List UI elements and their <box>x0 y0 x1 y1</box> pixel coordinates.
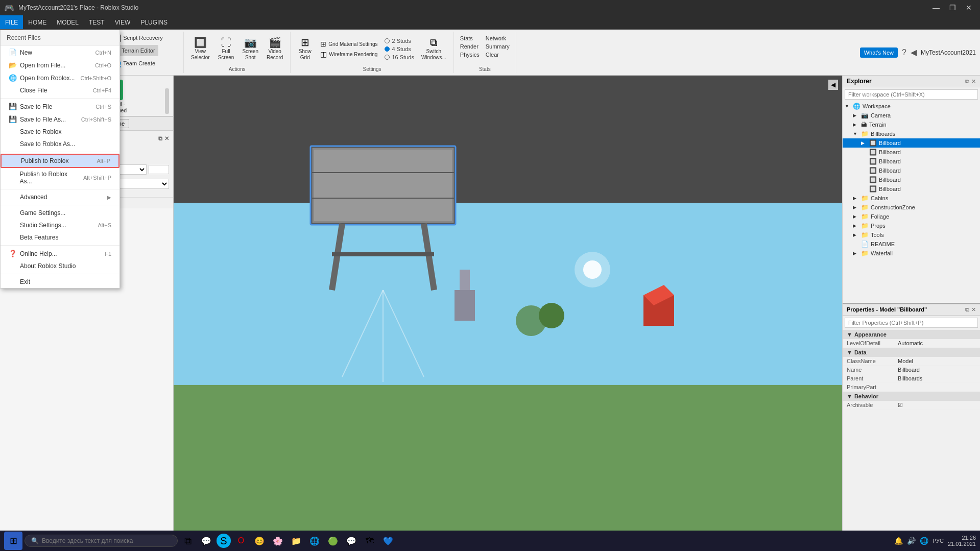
menu-view[interactable]: VIEW <box>110 15 136 29</box>
tree-billboard3[interactable]: 🔲 Billboard <box>843 157 980 166</box>
language-indicator[interactable]: РУС <box>933 538 944 544</box>
taskbar-chrome-icon[interactable]: 🟢 <box>325 533 341 549</box>
notification-icon[interactable]: 🔔 <box>894 537 903 545</box>
menu-online-help[interactable]: ❓ Online Help... F1 <box>1 247 119 260</box>
menu-publish-roblox-as[interactable]: Publish to Roblox As... Alt+Shift+P <box>1 168 119 187</box>
menu-publish-roblox[interactable]: Publish to Roblox Alt+P <box>1 154 119 168</box>
emulator-resize-icon[interactable]: ⧉ <box>158 135 162 142</box>
tree-readme[interactable]: 📄 README <box>843 239 980 249</box>
render-btn[interactable]: Render <box>458 43 482 50</box>
tree-billboard4[interactable]: 🔲 Billboard <box>843 166 980 175</box>
task-view-btn[interactable]: ⧉ <box>180 533 196 549</box>
section-data[interactable]: ▼ Data <box>843 348 980 357</box>
taskbar-folder-icon[interactable]: 📁 <box>288 533 304 549</box>
menu-exit[interactable]: Exit <box>1 276 119 288</box>
minimize-button[interactable]: — <box>929 3 943 13</box>
feedback-icon[interactable]: ◀ <box>911 47 917 57</box>
video-record-btn[interactable]: 🎬 VideoRecord <box>264 36 286 62</box>
stats-btn[interactable]: Stats <box>458 35 482 42</box>
menu-new[interactable]: 📄 New Ctrl+N <box>1 46 119 59</box>
tree-billboards[interactable]: ▼ 📁 Billboards <box>843 129 980 138</box>
studs-16[interactable]: 16 Studs <box>385 54 414 60</box>
network-btn[interactable]: Network <box>484 35 512 42</box>
taskbar-skype-icon[interactable]: S <box>217 534 231 548</box>
taskbar-roblox-icon[interactable]: 💙 <box>380 533 396 549</box>
menu-studio-settings[interactable]: Studio Settings... Alt+S <box>1 219 119 231</box>
taskbar-telegram-icon[interactable]: 💬 <box>343 533 360 549</box>
taskbar-pink-icon[interactable]: 🌸 <box>270 533 286 549</box>
summary-btn[interactable]: Summary <box>484 43 512 50</box>
volume-icon[interactable]: 🔊 <box>907 537 916 545</box>
explorer-close-icon[interactable]: ✕ <box>971 78 976 85</box>
props-close-icon[interactable]: ✕ <box>971 306 976 313</box>
prop-name[interactable]: Name Billboard <box>843 366 980 374</box>
tree-props[interactable]: ▶ 📁 Props <box>843 221 980 230</box>
taskbar-chat-icon[interactable]: 💬 <box>198 533 214 549</box>
studs-2[interactable]: 2 Studs <box>385 38 414 44</box>
menu-save-roblox[interactable]: Save to Roblox <box>1 126 119 138</box>
tree-cabins[interactable]: ▶ 📁 Cabins <box>843 194 980 203</box>
menu-close-file[interactable]: Close File Ctrl+F4 <box>1 84 119 97</box>
menu-advanced[interactable]: Advanced ▶ <box>1 191 119 203</box>
physics-btn[interactable]: Physics <box>458 51 482 58</box>
prop-primarypart[interactable]: PrimaryPart <box>843 383 980 392</box>
tree-constructionzone[interactable]: ▶ 📁 ConstructionZone <box>843 203 980 212</box>
show-grid-btn[interactable]: ⊞ ShowGrid <box>295 36 315 62</box>
clear-btn[interactable]: Clear <box>484 51 512 58</box>
taskbar-maps-icon[interactable]: 🗺 <box>362 533 378 549</box>
start-button[interactable]: ⊞ <box>4 532 22 550</box>
taskbar-opera-icon[interactable]: O <box>233 533 249 549</box>
screen-shot-btn[interactable]: 📷 ScreenShot <box>239 36 261 62</box>
menu-plugins[interactable]: PLUGINS <box>135 15 173 29</box>
tree-waterfall[interactable]: ▶ 📁 Waterfall <box>843 249 980 258</box>
tree-billboard6[interactable]: 🔲 Billboard <box>843 184 980 194</box>
section-behavior[interactable]: ▼ Behavior <box>843 392 980 401</box>
explorer-filter-input[interactable] <box>845 89 978 100</box>
switch-windows-btn[interactable]: ⧉ SwitchWindows... <box>418 36 449 62</box>
studs-4[interactable]: 4 Studs <box>385 46 414 52</box>
menu-beta-features[interactable]: Beta Features <box>1 231 119 244</box>
tree-tools[interactable]: ▶ 📁 Tools <box>843 230 980 239</box>
maximize-button[interactable]: ❐ <box>945 3 960 13</box>
props-expand-icon[interactable]: ⧉ <box>965 306 969 313</box>
menu-open-roblox[interactable]: 🌐 Open from Roblox... Ctrl+Shift+O <box>1 71 119 84</box>
tree-terrain[interactable]: ▶ 🏔 Terrain <box>843 120 980 129</box>
close-button[interactable]: ✕ <box>962 3 976 13</box>
tree-billboard5[interactable]: 🔲 Billboard <box>843 175 980 184</box>
prop-levelofdetail[interactable]: LevelOfDetail Automatic <box>843 339 980 348</box>
taskbar-edge-icon[interactable]: 🌐 <box>306 533 323 549</box>
properties-filter-input[interactable] <box>845 318 978 328</box>
menu-save-file-as[interactable]: 💾 Save to File As... Ctrl+Shift+S <box>1 113 119 126</box>
help-icon[interactable]: ? <box>902 48 906 57</box>
view-selector-btn[interactable]: 🔲 ViewSelector <box>188 36 213 62</box>
prop-parent[interactable]: Parent Billboards <box>843 374 980 383</box>
taskbar-time[interactable]: 21:26 21.01.2021 <box>948 535 976 547</box>
menu-file[interactable]: FILE <box>0 15 23 29</box>
network-icon[interactable]: 🌐 <box>920 537 928 545</box>
tree-billboard2[interactable]: 🔲 Billboard <box>843 148 980 157</box>
locale-extra-input[interactable] <box>149 165 169 174</box>
taskbar-search[interactable]: 🔍 Введите здесь текст для поиска <box>25 535 178 547</box>
menu-test[interactable]: TEST <box>84 15 110 29</box>
full-screen-btn[interactable]: ⛶ FullScreen <box>215 36 237 62</box>
menu-open-file[interactable]: 📂 Open from File... Ctrl+O <box>1 59 119 71</box>
tree-workspace[interactable]: ▼ 🌐 Workspace <box>843 102 980 111</box>
tree-camera[interactable]: ▶ 📷 Camera <box>843 111 980 120</box>
menu-game-settings[interactable]: Game Settings... <box>1 207 119 219</box>
taskbar-emoji-icon[interactable]: 😊 <box>251 533 268 549</box>
wireframe-btn[interactable]: ◫ Wireframe Rendering <box>317 50 380 59</box>
prop-classname[interactable]: ClassName Model <box>843 357 980 366</box>
menu-home[interactable]: HOME <box>23 15 52 29</box>
tree-billboard1[interactable]: ▶ 🔲 Billboard <box>843 138 980 148</box>
menu-save-roblox-as[interactable]: Save to Roblox As... <box>1 138 119 150</box>
viewport-collapse-btn[interactable]: ◀ <box>828 80 838 90</box>
menu-save-file[interactable]: 💾 Save to File Ctrl+S <box>1 100 119 113</box>
explorer-expand-icon[interactable]: ⧉ <box>965 78 969 85</box>
tree-foliage[interactable]: ▶ 📁 Foliage <box>843 212 980 221</box>
whats-new-btn[interactable]: What's New <box>860 47 898 58</box>
menu-model[interactable]: MODEL <box>52 15 84 29</box>
menu-about[interactable]: About Roblox Studio <box>1 260 119 272</box>
prop-archivable[interactable]: Archivable ☑ <box>843 401 980 410</box>
panel-resize-handle[interactable] <box>165 88 169 114</box>
section-appearance[interactable]: ▼ Appearance <box>843 330 980 339</box>
